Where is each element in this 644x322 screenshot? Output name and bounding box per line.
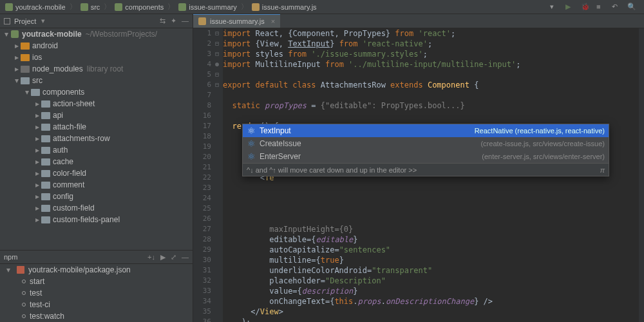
atom-icon: ⚛ — [247, 139, 256, 148]
tree-row[interactable]: ▾components — [0, 86, 193, 98]
project-panel-header: Project ▾ ⇆ ✦ — — [0, 14, 193, 28]
tree-row[interactable]: ▸attach-file — [0, 121, 193, 133]
autocomplete-item[interactable]: ⚛TextInputReactNative (react-native.js, … — [243, 124, 609, 137]
tree-row[interactable]: ▾src — [0, 75, 193, 86]
tree-row[interactable]: ▸custom-fields-panel — [0, 214, 193, 225]
breadcrumb-bar: youtrack-mobile 〉 src 〉 components 〉 iss… — [0, 0, 644, 14]
tree-row[interactable]: ▸comment — [0, 179, 193, 191]
chevron-right-icon: 〉 — [70, 2, 77, 12]
line-number-gutter[interactable]: 1234567816171819202122232425262728293031… — [193, 28, 215, 322]
chevron-down-icon[interactable]: ▾ — [41, 17, 45, 25]
atom-icon: ⚛ — [247, 126, 256, 135]
stop-icon[interactable]: ■ — [596, 3, 605, 12]
close-icon[interactable]: × — [271, 17, 275, 25]
chevron-right-icon: 〉 — [241, 2, 248, 12]
build-icon[interactable]: ▾ — [550, 3, 559, 12]
tree-row[interactable]: ▸color-field — [0, 167, 193, 179]
npm-icon — [17, 266, 24, 274]
project-icon — [4, 18, 10, 24]
scrollbar[interactable] — [639, 28, 644, 322]
tree-row[interactable]: ▸node_moduleslibrary root — [0, 63, 193, 75]
npm-script-row[interactable]: test — [0, 287, 193, 299]
autocomplete-item[interactable]: ⚛CreateIssue(create-issue.js, src/views/… — [243, 137, 609, 150]
crumb-components[interactable]: components — [112, 3, 166, 11]
hide-icon[interactable]: — — [182, 253, 189, 261]
collapse-icon[interactable]: ⇆ — [160, 17, 166, 25]
tree-row[interactable]: ▸android — [0, 40, 193, 52]
chevron-right-icon: 〉 — [167, 2, 175, 12]
crumb-folder[interactable]: issue-summary — [176, 3, 240, 11]
search-icon[interactable]: 🔍 — [627, 3, 636, 12]
autocomplete-hint: ^↓ and ^↑ will move caret down and up in… — [243, 163, 609, 176]
npm-panel-header: npm +↓ ▶ ⤢ — — [0, 250, 193, 264]
tree-row[interactable]: ▸auth — [0, 144, 193, 156]
tab-label: issue-summary.js — [210, 17, 265, 25]
crumb-root[interactable]: youtrack-mobile — [3, 3, 68, 11]
tree-row[interactable]: ▸action-sheet — [0, 98, 193, 109]
run-icon[interactable]: ▶ — [565, 3, 574, 12]
npm-script-row[interactable]: start — [0, 276, 193, 287]
npm-script-row[interactable]: test-ci — [0, 299, 193, 310]
gear-icon[interactable]: ✦ — [171, 17, 176, 25]
crumb-file[interactable]: issue-summary.js — [249, 3, 319, 11]
add-icon[interactable]: +↓ — [147, 253, 155, 261]
debug-icon[interactable]: 🐞 — [581, 3, 590, 12]
project-panel-label: Project — [14, 17, 36, 25]
run-icon[interactable]: ▶ — [160, 253, 166, 261]
npm-panel-label: npm — [4, 253, 17, 261]
npm-package-row[interactable]: ▾ youtrack-mobile/package.json — [0, 264, 193, 276]
autocomplete-popup: ⚛TextInputReactNative (react-native.js, … — [242, 124, 609, 176]
gutter-marks[interactable]: ⊟ ⊟⊟ ● ⊟⊟ — [215, 28, 223, 322]
undo-icon[interactable]: ↶ — [612, 3, 621, 12]
js-file-icon — [198, 17, 206, 25]
tree-root[interactable]: ▾ youtrack-mobile ~/WebstormProjects/ — [0, 28, 193, 40]
npm-tree[interactable]: ▾ youtrack-mobile/package.json starttest… — [0, 264, 193, 322]
tree-row[interactable]: ▸cache — [0, 156, 193, 167]
editor-tabs: issue-summary.js × — [193, 14, 644, 28]
crumb-src[interactable]: src — [78, 3, 103, 11]
atom-icon: ⚛ — [247, 152, 256, 161]
hide-icon[interactable]: — — [182, 17, 189, 25]
autocomplete-item[interactable]: ⚛EnterServer(enter-server.js, src/views/… — [243, 150, 609, 163]
chevron-right-icon: 〉 — [104, 2, 111, 12]
tree-row[interactable]: ▸custom-field — [0, 202, 193, 214]
tree-row[interactable]: ▸attachments-row — [0, 133, 193, 144]
tree-row[interactable]: ▸api — [0, 109, 193, 121]
project-tree[interactable]: ▾ youtrack-mobile ~/WebstormProjects/ ▸a… — [0, 28, 193, 250]
tab-issue-summary[interactable]: issue-summary.js × — [193, 14, 280, 28]
tree-row[interactable]: ▸config — [0, 191, 193, 202]
tree-row[interactable]: ▸ios — [0, 52, 193, 63]
npm-script-row[interactable]: test:watch — [0, 310, 193, 322]
expand-icon[interactable]: ⤢ — [171, 253, 176, 261]
